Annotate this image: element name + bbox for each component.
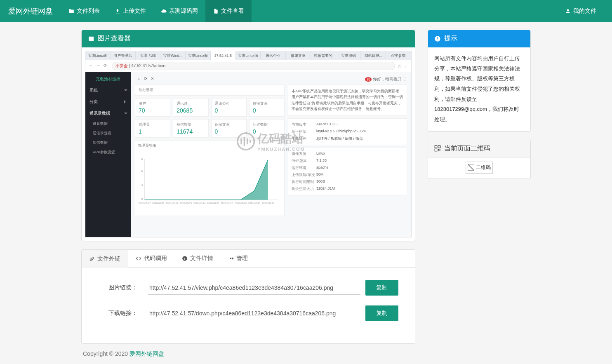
dash-user: 你好，电商推开 xyxy=(373,77,402,81)
info-icon: i xyxy=(182,256,188,261)
nav-upload-label: 上传文件 xyxy=(123,7,146,15)
svg-rect-23 xyxy=(438,146,440,148)
tab-label: 文件外链 xyxy=(97,255,120,263)
tips-heading: 提示 xyxy=(428,30,530,47)
svg-text:i: i xyxy=(184,257,185,261)
svg-text:2020-08-25: 2020-08-25 xyxy=(180,202,192,204)
nav-fileview[interactable]: 文件查看 xyxy=(205,0,252,22)
stat-card: 用户70 xyxy=(135,98,170,117)
svg-rect-27 xyxy=(438,150,439,151)
navbar: 爱网外链网盘 文件列表 上传文件 亲测源码网 文件查看 我的文件 xyxy=(0,0,612,22)
svg-text:2020-08-27: 2020-08-27 xyxy=(207,202,219,204)
nav-upload[interactable]: 上传文件 xyxy=(107,0,153,22)
image-link-label: 图片链接： xyxy=(98,284,148,291)
tab-external-link[interactable]: 文件外链 xyxy=(82,250,128,268)
dash-mi-system: 系统 xyxy=(85,85,131,96)
notice-box: 本APP系统产品使用用途仅限于测试实验，研究学习为目的而部署：用户严禁将本产品用… xyxy=(288,85,407,116)
browser-tab: APP参数 xyxy=(386,51,411,60)
tab-manage[interactable]: 管理 xyxy=(221,250,255,267)
dash-mi-category: 分类 xyxy=(85,96,131,108)
chart-svg: 0369 2020-08-222020-08-232020-08-242020-… xyxy=(138,150,282,212)
dash-logo: 充电池村运控 xyxy=(85,75,131,85)
copy-download-link-button[interactable]: 复制 xyxy=(365,305,398,321)
link-icon xyxy=(89,256,95,262)
footer: Copyright © 2020 爱网外链网盘 xyxy=(81,350,531,358)
svg-text:6: 6 xyxy=(141,170,143,173)
nav-right: 我的文件 xyxy=(558,0,604,22)
footer-link[interactable]: 爱网外链网盘 xyxy=(129,350,164,357)
nav-myfiles[interactable]: 我的文件 xyxy=(558,0,604,22)
svg-rect-20 xyxy=(437,37,438,39)
svg-text:2020-08-24: 2020-08-24 xyxy=(166,202,178,204)
nav-left: 文件列表 上传文件 亲测源码网 文件查看 xyxy=(61,0,252,22)
user-icon xyxy=(565,8,571,14)
brand: 爱网外链网盘 xyxy=(8,6,53,16)
browser-tab: 宝塔Linux面 xyxy=(236,51,261,60)
svg-rect-22 xyxy=(435,146,437,148)
browser-tab: 宝塔Linux面 xyxy=(186,51,211,60)
tab-label: 管理 xyxy=(236,255,248,262)
dash-sub: 短信数据 xyxy=(85,138,131,148)
browser-tab: 宝塔 后端 xyxy=(136,51,161,60)
stat-card: 通讯录20685 xyxy=(173,98,208,117)
image-link-row: 图片链接： 复制 xyxy=(98,280,398,296)
nav-myfiles-label: 我的文件 xyxy=(573,7,596,15)
qr-title: 当前页面二维码 xyxy=(444,144,490,153)
dash-sub: APP参数设置 xyxy=(85,148,131,157)
nav-source[interactable]: 亲测源码网 xyxy=(153,0,205,22)
nav-file-list[interactable]: 文件列表 xyxy=(61,0,107,22)
nav-source-label: 亲测源码网 xyxy=(169,7,198,15)
svg-text:2020-08-28: 2020-08-28 xyxy=(221,202,233,204)
stat-card: 问过数据0 xyxy=(249,119,285,138)
viewer-panel: 图片查看器 宝塔Linux面 用户管理后 宝塔 后端 宝塔Wind... 宝塔L… xyxy=(81,30,415,241)
image-link-input[interactable] xyxy=(148,281,360,295)
url-text: 47.52.41.57/admin xyxy=(131,63,165,68)
code-icon xyxy=(136,256,141,261)
cloud-icon xyxy=(161,8,167,14)
sys-info: 操作系统Linux PHP版本7.1.33 运行环境apache 上传限制/单次… xyxy=(288,148,407,195)
svg-text:2020-08-29: 2020-08-29 xyxy=(234,202,247,204)
chart-title: 管理员登录 xyxy=(138,143,282,148)
svg-text:3: 3 xyxy=(141,183,143,186)
browser-tab: 用户管理后 xyxy=(111,51,136,60)
browser-tab: 网站敏感... xyxy=(361,51,386,60)
footer-copyright: Copyright © 2020 xyxy=(83,350,129,357)
folder-icon xyxy=(68,8,74,14)
image-content: 宝塔Linux面 用户管理后 宝塔 后端 宝塔Wind... 宝塔Linux面 … xyxy=(82,47,415,241)
nav-fileview-label: 文件查看 xyxy=(221,7,244,15)
browser-tab: 微擎文章 xyxy=(286,51,311,60)
nav-file-list-label: 文件列表 xyxy=(77,7,100,15)
svg-text:0: 0 xyxy=(141,197,143,200)
tab-body: 图片链接： 复制 下载链接： 复制 xyxy=(82,268,415,343)
download-link-label: 下载链接： xyxy=(98,310,148,317)
svg-text:2020-08-26: 2020-08-26 xyxy=(193,202,206,204)
qrcode-icon xyxy=(434,145,441,152)
tab-label: 文件详情 xyxy=(190,255,213,262)
svg-rect-24 xyxy=(435,149,437,151)
stat-card: 通讯公司0 xyxy=(211,98,247,117)
pending-card: 待办事项 xyxy=(135,85,285,96)
exclamation-icon xyxy=(434,35,441,42)
dash-mi-contacts: 通讯录数据 xyxy=(85,108,131,119)
dash-area: ⌂⟳✕ 易 你好，电商推开 ⋮ 待办事项 用户70 通讯录20685 xyxy=(131,72,411,237)
tips-title: 提示 xyxy=(444,34,457,43)
browser-tab-active: 47.52.41.5 xyxy=(211,51,236,60)
tab-code[interactable]: 代码调用 xyxy=(128,250,174,267)
tab-nav: 文件外链 代码调用 i 文件详情 管理 xyxy=(82,250,415,268)
url-security: 不安全 xyxy=(115,63,128,68)
dash-sub: 设备数据 xyxy=(85,119,131,129)
svg-text:9: 9 xyxy=(141,158,143,161)
address-bar: ←→⟳ 不安全 | 47.52.41.57/admin ☆⋮ xyxy=(85,60,411,72)
copy-image-link-button[interactable]: 复制 xyxy=(365,280,398,296)
svg-rect-21 xyxy=(437,40,438,40)
browser-tab: 宝塔源码 xyxy=(336,51,361,60)
browser-tab: 宝塔Wind... xyxy=(160,51,186,60)
qr-panel: 当前页面二维码 二维码 xyxy=(428,140,531,179)
svg-rect-28 xyxy=(440,150,440,151)
screenshot: 宝塔Linux面 用户管理后 宝塔 后端 宝塔Wind... 宝塔Linux面 … xyxy=(85,51,412,237)
dash-sidebar: 充电池村运控 系统 分类 通讯录数据 设备数据 通讯录查看 短信数据 APP参数… xyxy=(85,72,131,237)
download-link-input[interactable] xyxy=(148,307,360,320)
gear-icon xyxy=(228,256,234,261)
tab-details[interactable]: i 文件详情 xyxy=(174,250,221,267)
viewer-title: 图片查看器 xyxy=(98,34,131,43)
